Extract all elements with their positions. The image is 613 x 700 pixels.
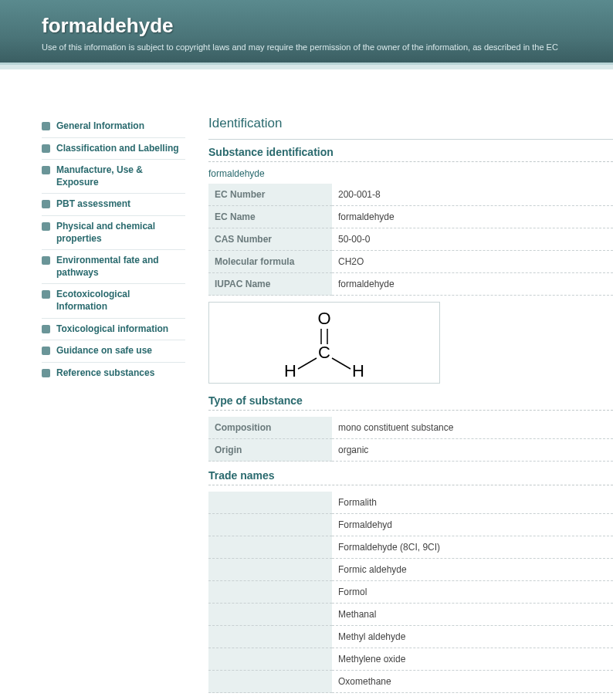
identification-table: EC Number 200-001-8 EC Name formaldehyde…: [208, 184, 613, 296]
section-substance-identification: Substance identification: [208, 146, 613, 162]
empty-cell: [208, 536, 332, 559]
empty-cell: [208, 626, 332, 648]
bullet-icon: [42, 166, 50, 174]
sidebar-nav: General Information Classification and L…: [0, 116, 185, 693]
row-label: EC Name: [208, 206, 332, 228]
table-row: Methanal: [208, 604, 613, 626]
bullet-icon: [42, 347, 50, 355]
row-value: 50-00-0: [332, 228, 613, 251]
empty-cell: [208, 604, 332, 626]
bullet-icon: [42, 144, 50, 153]
row-value: formaldehyde: [332, 206, 613, 228]
table-row: Origin organic: [208, 439, 613, 462]
table-row: Formalith: [208, 492, 613, 514]
page-header: formaldehyde Use of this information is …: [0, 0, 613, 65]
bullet-icon: [42, 122, 50, 130]
sidebar-item-toxicological-information[interactable]: Toxicological information: [42, 319, 185, 341]
row-label: EC Number: [208, 184, 332, 206]
row-value: mono constituent substance: [332, 417, 613, 439]
table-row: Molecular formula CH2O: [208, 251, 613, 273]
type-table: Composition mono constituent substance O…: [208, 417, 613, 462]
empty-cell: [208, 492, 332, 514]
sidebar-item-general-information[interactable]: General Information: [42, 116, 185, 138]
trade-name-value: Methyl aldehyde: [332, 626, 613, 648]
table-row: Oxomethane: [208, 671, 613, 693]
svg-text:C: C: [318, 343, 330, 362]
main-heading: Identification: [208, 116, 613, 131]
sidebar-item-ecotoxicological-information[interactable]: Ecotoxicological Information: [42, 284, 185, 318]
row-label: IUPAC Name: [208, 273, 332, 296]
row-label: Molecular formula: [208, 251, 332, 273]
empty-cell: [208, 559, 332, 581]
table-row: Formaldehyde (8CI, 9CI): [208, 536, 613, 559]
bullet-icon: [42, 369, 50, 377]
molecular-structure: O C H H: [208, 302, 440, 384]
table-row: EC Name formaldehyde: [208, 206, 613, 228]
sidebar-item-label: PBT assessment: [56, 198, 130, 211]
svg-line-5: [332, 358, 351, 369]
table-row: Formaldehyd: [208, 514, 613, 536]
sidebar-item-label: Classification and Labelling: [56, 143, 179, 155]
section-trade-names: Trade names: [208, 469, 613, 485]
trade-name-value: Formol: [332, 581, 613, 604]
sidebar-item-label: Physical and chemical properties: [56, 221, 182, 245]
bullet-icon: [42, 200, 50, 208]
svg-line-4: [298, 358, 317, 369]
divider: [208, 139, 613, 140]
trade-name-value: Formic aldehyde: [332, 559, 613, 581]
row-label: CAS Number: [208, 228, 332, 251]
sidebar-item-pbt-assessment[interactable]: PBT assessment: [42, 194, 185, 216]
structure-icon: O C H H: [270, 306, 378, 380]
svg-text:O: O: [317, 309, 330, 328]
sidebar-item-guidance-on-safe-use[interactable]: Guidance on safe use: [42, 340, 185, 363]
trade-names-table: Formalith Formaldehyd Formaldehyde (8CI,…: [208, 492, 613, 693]
page-title: formaldehyde: [42, 14, 613, 38]
empty-cell: [208, 514, 332, 536]
sidebar-item-physical-and-chemical-properties[interactable]: Physical and chemical properties: [42, 216, 185, 250]
sidebar-item-label: Ecotoxicological Information: [56, 289, 182, 313]
bullet-icon: [42, 256, 50, 265]
sidebar-item-reference-substances[interactable]: Reference substances: [42, 363, 185, 384]
trade-name-value: Methylene oxide: [332, 648, 613, 671]
empty-cell: [208, 671, 332, 693]
substance-name: formaldehyde: [208, 168, 613, 179]
trade-name-value: Formalith: [332, 492, 613, 514]
sidebar-item-label: Manufacture, Use & Exposure: [56, 164, 182, 188]
sidebar-item-label: Reference substances: [56, 367, 154, 380]
svg-text:H: H: [284, 361, 296, 380]
row-value: organic: [332, 439, 613, 462]
empty-cell: [208, 581, 332, 604]
main-panel: Identification Substance identification …: [185, 116, 613, 693]
row-value: 200-001-8: [332, 184, 613, 206]
bullet-icon: [42, 325, 50, 333]
table-row: Methyl aldehyde: [208, 626, 613, 648]
table-row: Methylene oxide: [208, 648, 613, 671]
table-row: Formic aldehyde: [208, 559, 613, 581]
empty-cell: [208, 648, 332, 671]
table-row: CAS Number 50-00-0: [208, 228, 613, 251]
content-area: General Information Classification and L…: [0, 69, 613, 693]
trade-name-value: Formaldehyd: [332, 514, 613, 536]
sidebar-item-label: General Information: [56, 120, 144, 133]
table-row: EC Number 200-001-8: [208, 184, 613, 206]
bullet-icon: [42, 290, 50, 299]
sidebar-item-environmental-fate-and-pathways[interactable]: Environmental fate and pathways: [42, 250, 185, 284]
trade-name-value: Formaldehyde (8CI, 9CI): [332, 536, 613, 559]
row-label: Origin: [208, 439, 332, 462]
section-type-of-substance: Type of substance: [208, 394, 613, 411]
trade-name-value: Oxomethane: [332, 671, 613, 693]
bullet-icon: [42, 222, 50, 231]
row-value: formaldehyde: [332, 273, 613, 296]
sidebar-item-manufacture-use-exposure[interactable]: Manufacture, Use & Exposure: [42, 160, 185, 194]
sidebar-item-label: Environmental fate and pathways: [56, 255, 182, 279]
sidebar-item-label: Guidance on safe use: [56, 345, 152, 357]
sidebar-item-label: Toxicological information: [56, 323, 168, 336]
row-value: CH2O: [332, 251, 613, 273]
row-label: Composition: [208, 417, 332, 439]
trade-name-value: Methanal: [332, 604, 613, 626]
sidebar-item-classification-and-labelling[interactable]: Classification and Labelling: [42, 138, 185, 161]
svg-text:H: H: [352, 361, 364, 380]
table-row: IUPAC Name formaldehyde: [208, 273, 613, 296]
table-row: Composition mono constituent substance: [208, 417, 613, 439]
page-subtitle: Use of this information is subject to co…: [42, 42, 613, 52]
